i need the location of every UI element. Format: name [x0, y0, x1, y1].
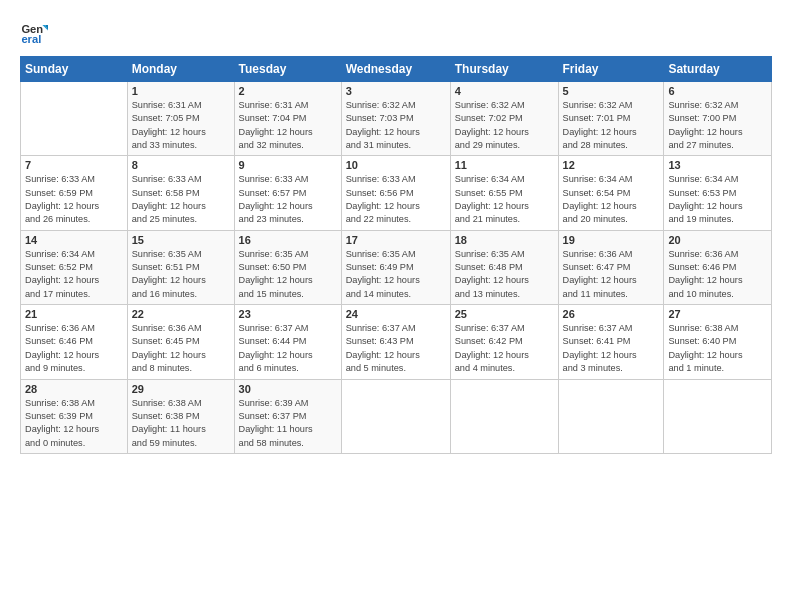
day-number: 20: [668, 234, 767, 246]
day-cell: 2Sunrise: 6:31 AM Sunset: 7:04 PM Daylig…: [234, 82, 341, 156]
day-info: Sunrise: 6:32 AM Sunset: 7:00 PM Dayligh…: [668, 99, 767, 152]
day-number: 30: [239, 383, 337, 395]
header-cell-friday: Friday: [558, 57, 664, 82]
day-number: 2: [239, 85, 337, 97]
header-cell-tuesday: Tuesday: [234, 57, 341, 82]
day-number: 24: [346, 308, 446, 320]
day-info: Sunrise: 6:34 AM Sunset: 6:55 PM Dayligh…: [455, 173, 554, 226]
day-number: 21: [25, 308, 123, 320]
day-cell: 24Sunrise: 6:37 AM Sunset: 6:43 PM Dayli…: [341, 305, 450, 379]
day-cell: 16Sunrise: 6:35 AM Sunset: 6:50 PM Dayli…: [234, 230, 341, 304]
header-cell-wednesday: Wednesday: [341, 57, 450, 82]
day-cell: 13Sunrise: 6:34 AM Sunset: 6:53 PM Dayli…: [664, 156, 772, 230]
day-cell: [664, 379, 772, 453]
day-cell: 14Sunrise: 6:34 AM Sunset: 6:52 PM Dayli…: [21, 230, 128, 304]
day-cell: 18Sunrise: 6:35 AM Sunset: 6:48 PM Dayli…: [450, 230, 558, 304]
day-cell: 28Sunrise: 6:38 AM Sunset: 6:39 PM Dayli…: [21, 379, 128, 453]
day-info: Sunrise: 6:35 AM Sunset: 6:50 PM Dayligh…: [239, 248, 337, 301]
day-info: Sunrise: 6:37 AM Sunset: 6:41 PM Dayligh…: [563, 322, 660, 375]
day-cell: 26Sunrise: 6:37 AM Sunset: 6:41 PM Dayli…: [558, 305, 664, 379]
day-cell: 6Sunrise: 6:32 AM Sunset: 7:00 PM Daylig…: [664, 82, 772, 156]
header-cell-sunday: Sunday: [21, 57, 128, 82]
day-cell: 20Sunrise: 6:36 AM Sunset: 6:46 PM Dayli…: [664, 230, 772, 304]
day-info: Sunrise: 6:35 AM Sunset: 6:48 PM Dayligh…: [455, 248, 554, 301]
week-row-2: 7Sunrise: 6:33 AM Sunset: 6:59 PM Daylig…: [21, 156, 772, 230]
day-cell: [558, 379, 664, 453]
day-number: 3: [346, 85, 446, 97]
day-number: 22: [132, 308, 230, 320]
day-info: Sunrise: 6:37 AM Sunset: 6:44 PM Dayligh…: [239, 322, 337, 375]
week-row-1: 1Sunrise: 6:31 AM Sunset: 7:05 PM Daylig…: [21, 82, 772, 156]
day-cell: 19Sunrise: 6:36 AM Sunset: 6:47 PM Dayli…: [558, 230, 664, 304]
day-number: 10: [346, 159, 446, 171]
svg-text:eral: eral: [21, 33, 41, 45]
day-cell: [21, 82, 128, 156]
day-info: Sunrise: 6:33 AM Sunset: 6:58 PM Dayligh…: [132, 173, 230, 226]
day-cell: 30Sunrise: 6:39 AM Sunset: 6:37 PM Dayli…: [234, 379, 341, 453]
day-number: 13: [668, 159, 767, 171]
day-info: Sunrise: 6:34 AM Sunset: 6:53 PM Dayligh…: [668, 173, 767, 226]
day-info: Sunrise: 6:31 AM Sunset: 7:05 PM Dayligh…: [132, 99, 230, 152]
day-cell: 17Sunrise: 6:35 AM Sunset: 6:49 PM Dayli…: [341, 230, 450, 304]
day-info: Sunrise: 6:36 AM Sunset: 6:46 PM Dayligh…: [668, 248, 767, 301]
day-cell: 10Sunrise: 6:33 AM Sunset: 6:56 PM Dayli…: [341, 156, 450, 230]
day-info: Sunrise: 6:35 AM Sunset: 6:51 PM Dayligh…: [132, 248, 230, 301]
day-number: 16: [239, 234, 337, 246]
day-number: 28: [25, 383, 123, 395]
day-info: Sunrise: 6:36 AM Sunset: 6:46 PM Dayligh…: [25, 322, 123, 375]
day-number: 11: [455, 159, 554, 171]
day-info: Sunrise: 6:34 AM Sunset: 6:54 PM Dayligh…: [563, 173, 660, 226]
day-cell: 9Sunrise: 6:33 AM Sunset: 6:57 PM Daylig…: [234, 156, 341, 230]
day-cell: 25Sunrise: 6:37 AM Sunset: 6:42 PM Dayli…: [450, 305, 558, 379]
day-number: 6: [668, 85, 767, 97]
day-info: Sunrise: 6:39 AM Sunset: 6:37 PM Dayligh…: [239, 397, 337, 450]
day-number: 26: [563, 308, 660, 320]
day-cell: 5Sunrise: 6:32 AM Sunset: 7:01 PM Daylig…: [558, 82, 664, 156]
header-cell-thursday: Thursday: [450, 57, 558, 82]
day-number: 17: [346, 234, 446, 246]
day-number: 29: [132, 383, 230, 395]
day-number: 12: [563, 159, 660, 171]
day-info: Sunrise: 6:32 AM Sunset: 7:02 PM Dayligh…: [455, 99, 554, 152]
day-cell: [450, 379, 558, 453]
day-number: 23: [239, 308, 337, 320]
header-row: SundayMondayTuesdayWednesdayThursdayFrid…: [21, 57, 772, 82]
day-number: 5: [563, 85, 660, 97]
day-info: Sunrise: 6:38 AM Sunset: 6:39 PM Dayligh…: [25, 397, 123, 450]
day-number: 7: [25, 159, 123, 171]
header-cell-monday: Monday: [127, 57, 234, 82]
day-info: Sunrise: 6:32 AM Sunset: 7:03 PM Dayligh…: [346, 99, 446, 152]
day-cell: 7Sunrise: 6:33 AM Sunset: 6:59 PM Daylig…: [21, 156, 128, 230]
day-number: 15: [132, 234, 230, 246]
day-info: Sunrise: 6:37 AM Sunset: 6:43 PM Dayligh…: [346, 322, 446, 375]
day-number: 4: [455, 85, 554, 97]
day-cell: 22Sunrise: 6:36 AM Sunset: 6:45 PM Dayli…: [127, 305, 234, 379]
logo: Gen eral: [20, 18, 50, 46]
day-number: 18: [455, 234, 554, 246]
calendar-page: Gen eral SundayMondayTuesdayWednesdayThu…: [0, 0, 792, 612]
day-cell: 21Sunrise: 6:36 AM Sunset: 6:46 PM Dayli…: [21, 305, 128, 379]
day-info: Sunrise: 6:33 AM Sunset: 6:59 PM Dayligh…: [25, 173, 123, 226]
day-info: Sunrise: 6:33 AM Sunset: 6:57 PM Dayligh…: [239, 173, 337, 226]
day-info: Sunrise: 6:37 AM Sunset: 6:42 PM Dayligh…: [455, 322, 554, 375]
day-info: Sunrise: 6:32 AM Sunset: 7:01 PM Dayligh…: [563, 99, 660, 152]
calendar-table: SundayMondayTuesdayWednesdayThursdayFrid…: [20, 56, 772, 454]
day-info: Sunrise: 6:36 AM Sunset: 6:45 PM Dayligh…: [132, 322, 230, 375]
day-info: Sunrise: 6:38 AM Sunset: 6:38 PM Dayligh…: [132, 397, 230, 450]
day-cell: 4Sunrise: 6:32 AM Sunset: 7:02 PM Daylig…: [450, 82, 558, 156]
week-row-5: 28Sunrise: 6:38 AM Sunset: 6:39 PM Dayli…: [21, 379, 772, 453]
day-cell: 27Sunrise: 6:38 AM Sunset: 6:40 PM Dayli…: [664, 305, 772, 379]
day-cell: 29Sunrise: 6:38 AM Sunset: 6:38 PM Dayli…: [127, 379, 234, 453]
day-info: Sunrise: 6:34 AM Sunset: 6:52 PM Dayligh…: [25, 248, 123, 301]
week-row-3: 14Sunrise: 6:34 AM Sunset: 6:52 PM Dayli…: [21, 230, 772, 304]
day-info: Sunrise: 6:33 AM Sunset: 6:56 PM Dayligh…: [346, 173, 446, 226]
day-cell: [341, 379, 450, 453]
day-info: Sunrise: 6:35 AM Sunset: 6:49 PM Dayligh…: [346, 248, 446, 301]
day-number: 1: [132, 85, 230, 97]
day-number: 8: [132, 159, 230, 171]
day-number: 14: [25, 234, 123, 246]
day-cell: 15Sunrise: 6:35 AM Sunset: 6:51 PM Dayli…: [127, 230, 234, 304]
day-cell: 23Sunrise: 6:37 AM Sunset: 6:44 PM Dayli…: [234, 305, 341, 379]
day-number: 25: [455, 308, 554, 320]
day-number: 27: [668, 308, 767, 320]
